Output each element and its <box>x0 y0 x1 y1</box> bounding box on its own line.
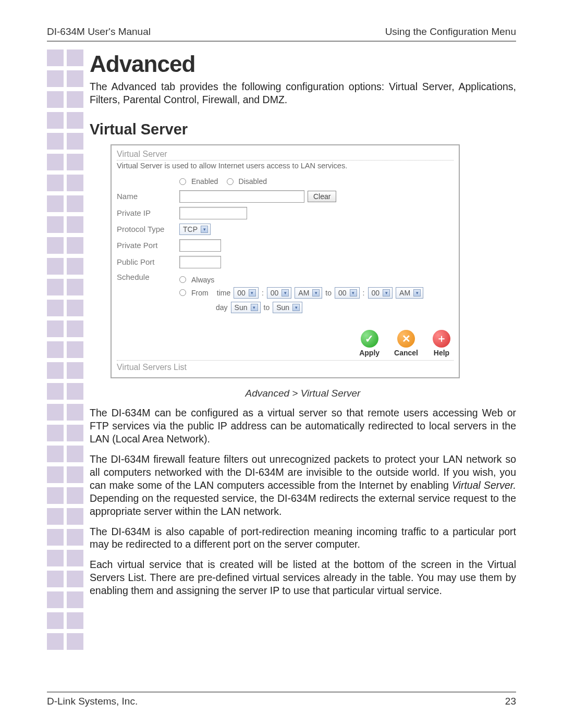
day-end-select[interactable]: Sun▾ <box>273 302 302 313</box>
chevron-down-icon: ▾ <box>282 289 289 297</box>
chevron-down-icon: ▾ <box>292 304 300 311</box>
day-label: day <box>216 303 228 312</box>
help-label: Help <box>434 349 449 357</box>
schedule-label: Schedule <box>117 273 179 281</box>
chevron-down-icon: ▾ <box>350 289 357 297</box>
private-port-input[interactable] <box>179 239 221 252</box>
private-ip-label: Private IP <box>117 208 179 217</box>
subsection-title: Virtual Server <box>90 121 516 138</box>
chevron-down-icon: ▾ <box>312 289 320 297</box>
day-start-select[interactable]: Sun▾ <box>231 302 261 313</box>
time-end-min-select[interactable]: 00▾ <box>368 287 393 299</box>
chevron-down-icon: ▾ <box>413 289 421 297</box>
apply-label: Apply <box>359 349 380 357</box>
time-start-hour-select[interactable]: 00▾ <box>234 287 259 299</box>
time-end-ampm-select[interactable]: AM▾ <box>396 287 423 299</box>
private-ip-input[interactable] <box>179 207 247 219</box>
public-port-label: Public Port <box>117 257 179 266</box>
schedule-from-label: From <box>191 289 209 297</box>
router-ui-screenshot: Virtual Server Virtual Server is used to… <box>111 144 460 378</box>
cancel-label: Cancel <box>394 349 418 357</box>
name-label: Name <box>117 192 179 201</box>
footer-page-number: 23 <box>505 696 516 707</box>
public-port-input[interactable] <box>179 256 221 268</box>
disabled-label: Disabled <box>239 177 267 186</box>
intro-paragraph: The Advanced tab provides the following … <box>90 80 516 106</box>
cancel-icon[interactable]: ✕ <box>397 330 415 348</box>
footer-left: D-Link Systems, Inc. <box>47 696 138 707</box>
paragraph-4: Each virtual service that is created wil… <box>90 558 516 597</box>
time-start-ampm-select[interactable]: AM▾ <box>295 287 322 299</box>
chevron-down-icon: ▾ <box>201 226 208 233</box>
help-icon[interactable]: ＋ <box>433 330 450 348</box>
paragraph-1: The DI-634M can be configured as a virtu… <box>90 406 516 446</box>
ss-description: Virtual Server is used to allow Internet… <box>117 162 454 170</box>
section-title: Advanced <box>90 51 516 77</box>
schedule-always-radio[interactable] <box>179 276 186 283</box>
to-label-2: to <box>264 303 270 312</box>
name-input[interactable] <box>179 190 304 203</box>
decorative-squares <box>47 50 83 654</box>
enabled-radio[interactable] <box>179 178 186 185</box>
schedule-from-radio[interactable] <box>179 289 186 296</box>
chevron-down-icon: ▾ <box>383 289 390 297</box>
disabled-radio[interactable] <box>227 178 234 185</box>
header-left: DI-634M User's Manual <box>47 26 151 38</box>
breadcrumb-caption: Advanced > Virtual Server <box>90 388 516 399</box>
chevron-down-icon: ▾ <box>249 289 256 297</box>
page-header: DI-634M User's Manual Using the Configur… <box>47 26 516 42</box>
time-end-hour-select[interactable]: 00▾ <box>335 287 360 299</box>
clear-button[interactable]: Clear <box>308 191 336 202</box>
enabled-label: Enabled <box>191 177 218 186</box>
apply-icon[interactable]: ✓ <box>361 330 378 348</box>
header-right: Using the Configuration Menu <box>385 26 516 38</box>
protocol-value: TCP <box>183 225 198 233</box>
page-footer: D-Link Systems, Inc. 23 <box>47 692 516 707</box>
time-start-min-select[interactable]: 00▾ <box>267 287 292 299</box>
protocol-select[interactable]: TCP ▾ <box>179 224 211 235</box>
chevron-down-icon: ▾ <box>251 304 258 311</box>
paragraph-2: The DI-634M firewall feature filters out… <box>90 453 516 518</box>
virtual-servers-list-heading: Virtual Servers List <box>117 363 187 372</box>
paragraph-3: The DI-634M is also capable of port-redi… <box>90 525 516 551</box>
time-label: time <box>217 289 230 297</box>
ss-heading: Virtual Server <box>117 150 454 161</box>
to-label-1: to <box>325 289 332 297</box>
schedule-always-label: Always <box>191 276 214 284</box>
protocol-type-label: Protocol Type <box>117 225 179 233</box>
private-port-label: Private Port <box>117 241 179 250</box>
